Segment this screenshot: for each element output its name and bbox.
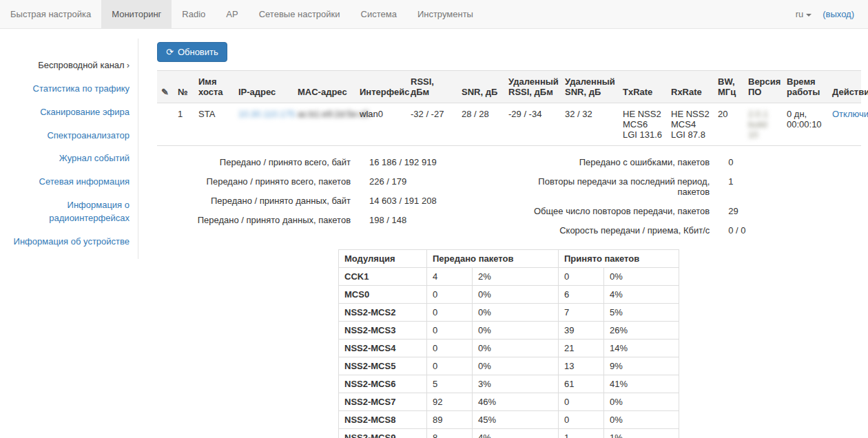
col-interface: Интерфейс (355, 71, 406, 103)
mod-rx-count: 0 (559, 268, 604, 286)
stat-value: 0 / 0 (710, 225, 745, 236)
col-bw: BW, МГц (714, 71, 744, 103)
mod-rx-pct: 0% (604, 268, 679, 286)
top-navbar: Быстрая настройка Мониторинг Radio AP Се… (0, 0, 868, 29)
refresh-button-label: Обновить (178, 47, 218, 57)
col-remote-rssi: Удаленный RSSI, дБм (504, 71, 561, 103)
col-rssi: RSSI, дБм (406, 71, 457, 103)
mod-rx-pct: 0% (604, 411, 679, 429)
stat-row: Скорость передачи / приема, Кбит/с 0 / 0 (509, 220, 861, 240)
col-txrate: TxRate (619, 71, 667, 103)
stat-row: Повторы передачи за последний период, па… (509, 171, 861, 201)
stats-right-column: Передано с ошибками, пакетов 0 Повторы п… (509, 152, 861, 240)
mod-tx-count: 89 (427, 411, 473, 429)
mod-rx-pct: 26% (604, 322, 679, 340)
mod-tx-pct: 4% (473, 429, 559, 438)
navbar-right: ru (выход) (796, 0, 868, 28)
language-dropdown[interactable]: ru (796, 9, 812, 19)
col-rxrate: RxRate (667, 71, 714, 103)
stat-label: Передано / принято всего, пакетов (157, 176, 351, 187)
table-row: NSS2-MCS9 8 4% 1 1% (339, 429, 679, 438)
sidebar-item-network-info[interactable]: Сетевая информация (6, 176, 130, 189)
disconnect-link[interactable]: Отключить (832, 109, 868, 119)
col-fw-version: Версия ПО (744, 71, 783, 103)
mod-name: NSS2-MCS5 (339, 357, 427, 375)
stat-label: Скорость передачи / приема, Кбит/с (509, 225, 710, 236)
sidebar-item-event-log[interactable]: Журнал событий (6, 152, 130, 165)
col-snr: SNR, дБ (457, 71, 504, 103)
main-content: ⟳ Обновить ✎ № Имя хоста IP-адрес MAC-ад… (138, 29, 868, 438)
table-row: NSS2-MCS3 0 0% 39 26% (339, 322, 679, 340)
mod-rx-pct: 4% (604, 286, 679, 304)
mod-tx-count: 92 (427, 393, 473, 411)
mod-rx-count: 21 (559, 340, 604, 357)
col-remote-snr: Удаленный SNR, дБ (561, 71, 619, 103)
mod-name: NSS2-MCS8 (339, 411, 427, 429)
cell-rxrate: HE NSS2 MCS4 LGI 87.8 (667, 103, 714, 146)
tab-radio[interactable]: Radio (172, 0, 216, 28)
tab-network-settings[interactable]: Сетевые настройки (249, 0, 351, 28)
mod-name: NSS2-MCS3 (339, 322, 427, 340)
mod-tx-pct: 0% (473, 304, 559, 322)
stat-row: Передано / принято данных, пакетов 198 /… (157, 210, 509, 229)
tab-ap[interactable]: AP (216, 0, 248, 28)
col-mac: MAC-адрес (293, 71, 355, 103)
mod-tx-pct: 45% (473, 411, 559, 429)
mod-name: MCS0 (339, 286, 427, 304)
cell-txrate: HE NSS2 MCS6 LGI 131.6 (619, 103, 667, 146)
sidebar-item-spectrum-analyzer[interactable]: Спектроанализатор (6, 129, 130, 143)
stat-label: Передано / принято всего, байт (157, 157, 351, 167)
cell-rssi: -32 / -27 (406, 103, 457, 146)
mod-tx-count: 0 (427, 357, 473, 375)
refresh-button[interactable]: ⟳ Обновить (157, 42, 227, 62)
sidebar-item-air-scan[interactable]: Сканирование эфира (6, 106, 130, 119)
mod-col-modulation: Модуляция (339, 250, 427, 268)
col-number: № (174, 71, 194, 103)
tab-monitoring[interactable]: Мониторинг (101, 0, 172, 28)
stat-value: 1 (710, 176, 733, 197)
stat-value: 0 (710, 157, 733, 167)
mod-name: NSS2-MCS6 (339, 375, 427, 393)
cell-ip: 10.30.110.175 (234, 103, 293, 146)
stat-value: 198 / 148 (351, 215, 406, 225)
mod-name: NSS2-MCS7 (339, 393, 427, 411)
cell-uptime: 0 дн, 00:00:10 (783, 103, 828, 146)
caret-down-icon (806, 14, 812, 17)
mod-rx-count: 7 (559, 304, 604, 322)
mod-rx-count: 13 (559, 357, 604, 375)
chevron-right-icon: › (127, 60, 130, 70)
page-layout: Беспроводной канал› Статистика по трафик… (0, 29, 868, 438)
table-row: 1 STA 10.30.110.175 ac:b1:e9:2d:5e:c5 wl… (157, 103, 861, 146)
stat-value: 14 603 / 191 208 (351, 196, 437, 206)
nav-tabs: Быстрая настройка Мониторинг Radio AP Се… (0, 0, 484, 28)
sidebar-item-wireless-channel[interactable]: Беспроводной канал› (6, 59, 130, 72)
mod-tx-pct: 46% (473, 393, 559, 411)
traffic-stats: Передано / принято всего, байт 16 186 / … (157, 152, 861, 240)
edit-pencil-icon[interactable]: ✎ (161, 87, 169, 97)
cell-action: Отключить (828, 103, 861, 146)
col-action: Действие (828, 71, 861, 103)
stat-value: 29 (710, 206, 738, 216)
tab-system[interactable]: Система (351, 0, 407, 28)
tab-tools[interactable]: Инструменты (407, 0, 484, 28)
table-row: NSS2-MCS5 0 0% 13 9% (339, 357, 679, 375)
mac-value-redacted: ac:b1:e9:2d:5e:c5 (298, 109, 369, 119)
stat-value: 226 / 179 (351, 176, 406, 187)
mod-rx-count: 39 (559, 322, 604, 340)
mod-rx-pct: 9% (604, 357, 679, 375)
sidebar-item-traffic-stats[interactable]: Статистика по трафику (6, 83, 130, 96)
mod-tx-pct: 0% (473, 340, 559, 357)
cell-fw-version: 2.0.1 build 10 (744, 103, 783, 146)
mod-rx-count: 0 (559, 411, 604, 429)
tab-quick-setup[interactable]: Быстрая настройка (0, 0, 101, 28)
refresh-icon: ⟳ (166, 47, 174, 57)
cell-number: 1 (174, 103, 194, 146)
clients-table-header-row: ✎ № Имя хоста IP-адрес MAC-адрес Интерфе… (157, 71, 861, 103)
mod-tx-pct: 2% (473, 268, 559, 286)
mod-tx-count: 0 (427, 286, 473, 304)
mod-rx-pct: 1% (604, 429, 679, 438)
sidebar-item-radio-interfaces-info[interactable]: Информация о радиоинтерфейсах (6, 199, 130, 225)
logout-link[interactable]: (выход) (823, 9, 854, 19)
sidebar-item-device-info[interactable]: Информация об устройстве (6, 236, 130, 249)
stat-row: Передано / принято данных, байт 14 603 /… (157, 191, 509, 210)
